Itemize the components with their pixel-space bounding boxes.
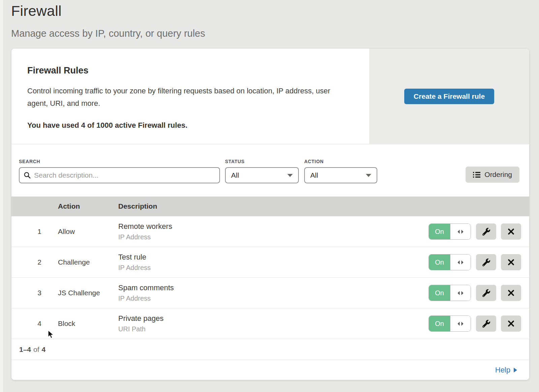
search-box[interactable]: [19, 167, 220, 183]
pagination-bar: 1–4 of 4: [11, 339, 529, 360]
help-link-label: Help: [495, 366, 510, 374]
delete-rule-button[interactable]: [501, 254, 521, 270]
x-icon: [507, 228, 515, 235]
card-top-section: Firewall Rules Control incoming traffic …: [11, 49, 529, 144]
toggle-handle[interactable]: [450, 285, 471, 301]
rule-enabled-toggle[interactable]: On: [429, 315, 471, 332]
action-column-header: Action: [58, 202, 118, 210]
left-right-arrows-icon: [456, 260, 465, 265]
ordered-list-icon: [473, 172, 480, 178]
table-row: 1 Allow Remote workers IP Address On: [11, 216, 529, 247]
window-edge: [0, 0, 3, 392]
description-column-header: Description: [118, 202, 428, 210]
chevron-down-icon: [287, 174, 293, 177]
toggle-handle[interactable]: [450, 316, 471, 331]
rule-controls: On: [429, 285, 521, 301]
rule-enabled-toggle[interactable]: On: [429, 223, 471, 240]
rule-description-cell: Test rule IP Address: [118, 253, 429, 272]
rule-match-type: IP Address: [118, 264, 429, 272]
status-select[interactable]: All: [225, 167, 299, 183]
x-icon: [507, 289, 515, 297]
search-filter-group: SEARCH: [19, 159, 220, 183]
wrench-icon: [482, 228, 490, 236]
rule-description: Private pages: [118, 314, 429, 323]
edit-rule-button[interactable]: [476, 254, 496, 270]
rule-enabled-toggle[interactable]: On: [429, 254, 471, 270]
create-firewall-rule-button[interactable]: Create a Firewall rule: [404, 89, 494, 104]
search-label: SEARCH: [19, 159, 220, 164]
wrench-icon: [482, 320, 490, 328]
pagination-range: 1–4: [19, 345, 31, 354]
rule-controls: On: [429, 223, 521, 240]
page-title: Firewall: [11, 3, 539, 19]
x-icon: [507, 320, 515, 327]
toggle-handle[interactable]: [450, 254, 471, 270]
left-right-arrows-icon: [456, 229, 465, 234]
delete-rule-button[interactable]: [501, 223, 521, 240]
rule-match-type: URI Path: [118, 325, 429, 333]
rule-action: Challenge: [58, 258, 118, 266]
rule-match-type: IP Address: [118, 233, 429, 241]
status-label: STATUS: [225, 159, 299, 164]
edit-rule-button[interactable]: [476, 223, 496, 240]
table-row: 3 JS Challenge Spam comments IP Address …: [11, 277, 529, 308]
x-icon: [507, 259, 515, 266]
rule-description: Spam comments: [118, 283, 429, 292]
toggle-on-label: On: [429, 316, 450, 331]
status-filter-group: STATUS All: [225, 159, 299, 183]
rule-description: Remote workers: [118, 222, 429, 231]
table-header: Action Description: [11, 197, 529, 216]
rule-priority: 1: [11, 228, 58, 236]
search-input[interactable]: [34, 171, 215, 179]
rule-description-cell: Private pages URI Path: [118, 314, 429, 333]
table-row: 2 Challenge Test rule IP Address On: [11, 247, 529, 277]
filters-bar: SEARCH STATUS All ACTION All: [11, 144, 529, 197]
ordering-button-label: Ordering: [484, 171, 512, 179]
rule-description-cell: Remote workers IP Address: [118, 222, 429, 241]
action-label: ACTION: [304, 159, 377, 164]
help-row: Help: [11, 360, 529, 380]
pagination-total: 4: [42, 345, 46, 354]
card-action-panel: Create a Firewall rule: [369, 49, 529, 144]
help-link[interactable]: Help: [495, 366, 517, 374]
card-description: Control incoming traffic to your zone by…: [27, 85, 346, 110]
action-selected-value: All: [310, 171, 318, 179]
card-intro: Firewall Rules Control incoming traffic …: [11, 49, 369, 144]
arrow-right-icon: [514, 368, 517, 372]
toggle-handle[interactable]: [450, 224, 471, 239]
edit-rule-button[interactable]: [476, 315, 496, 332]
rule-priority: 3: [11, 289, 58, 297]
rule-controls: On: [429, 254, 521, 270]
wrench-icon: [482, 289, 490, 297]
rule-match-type: IP Address: [118, 295, 429, 302]
page-header: Firewall Manage access by IP, country, o…: [0, 0, 539, 39]
status-selected-value: All: [231, 171, 239, 179]
rule-priority: 4: [11, 320, 58, 328]
edit-rule-button[interactable]: [476, 285, 496, 301]
rule-enabled-toggle[interactable]: On: [429, 285, 471, 301]
action-select[interactable]: All: [304, 167, 377, 183]
left-right-arrows-icon: [456, 291, 465, 296]
card-heading: Firewall Rules: [27, 65, 349, 76]
rule-action: JS Challenge: [58, 289, 118, 297]
rule-action: Allow: [58, 228, 118, 236]
delete-rule-button[interactable]: [501, 285, 521, 301]
toggle-on-label: On: [429, 254, 450, 270]
rules-usage-text: You have used 4 of 1000 active Firewall …: [27, 121, 349, 130]
firewall-rules-card: Firewall Rules Control incoming traffic …: [11, 48, 530, 380]
rule-action: Block: [58, 320, 118, 328]
ordering-button[interactable]: Ordering: [466, 167, 519, 183]
action-filter-group: ACTION All: [304, 159, 377, 183]
wrench-icon: [482, 259, 490, 266]
page-subtitle: Manage access by IP, country, or query r…: [11, 28, 539, 39]
rule-description: Test rule: [118, 253, 429, 262]
pagination-of: of: [33, 345, 39, 354]
rule-description-cell: Spam comments IP Address: [118, 283, 429, 302]
search-icon: [24, 172, 31, 179]
toggle-on-label: On: [429, 285, 450, 301]
rule-priority: 2: [11, 258, 58, 266]
toggle-on-label: On: [429, 224, 450, 239]
left-right-arrows-icon: [456, 321, 465, 326]
delete-rule-button[interactable]: [501, 315, 521, 332]
rule-controls: On: [429, 315, 521, 332]
